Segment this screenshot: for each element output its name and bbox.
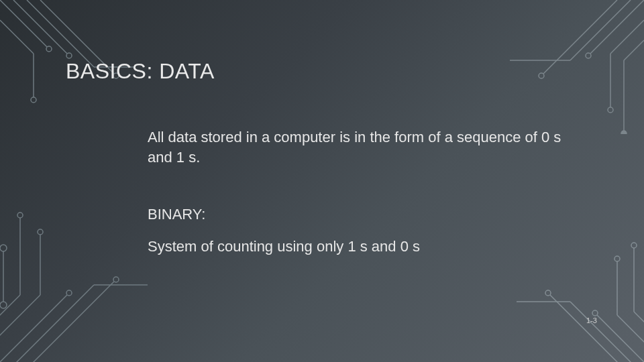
svg-point-19 [608,107,613,113]
svg-point-43 [545,290,551,296]
svg-line-11 [590,0,644,54]
svg-line-6 [0,20,34,54]
svg-line-44 [617,315,644,349]
svg-line-20 [624,40,644,60]
svg-line-25 [10,285,94,362]
slide-body: All data stored in a computer is in the … [148,127,564,257]
svg-line-38 [597,315,644,362]
svg-point-8 [31,97,36,103]
page-number: 1-3 [586,316,597,324]
slide: BASICS: DATA All data stored in a comput… [0,0,644,362]
svg-line-15 [543,0,617,74]
svg-point-37 [0,302,7,308]
svg-line-32 [0,295,20,322]
svg-point-16 [539,73,544,78]
circuit-decoration-top-right [510,0,644,134]
slide-title: BASICS: DATA [66,59,215,84]
svg-line-29 [0,295,40,342]
svg-point-22 [621,131,627,134]
svg-line-40 [570,302,637,362]
svg-point-46 [614,256,620,261]
svg-line-0 [0,0,47,47]
svg-line-23 [0,295,67,362]
svg-line-13 [570,0,631,60]
svg-line-47 [634,312,644,328]
svg-point-3 [66,53,72,58]
svg-point-28 [113,277,119,282]
svg-point-35 [0,245,7,251]
binary-label: BINARY: [148,204,564,225]
svg-point-24 [66,290,72,296]
svg-line-17 [610,20,644,54]
svg-point-31 [38,229,43,235]
circuit-decoration-bottom-left [0,208,154,362]
svg-point-34 [17,213,23,218]
svg-point-1 [46,46,52,52]
body-paragraph-2: System of counting using only 1 s and 0 … [148,237,564,257]
svg-line-2 [13,0,67,54]
svg-point-39 [592,310,598,316]
svg-point-12 [586,53,591,58]
body-paragraph-1: All data stored in a computer is in the … [148,127,564,167]
svg-line-4 [27,0,94,67]
svg-line-42 [550,295,624,362]
svg-point-49 [631,243,637,248]
svg-line-27 [27,282,114,362]
